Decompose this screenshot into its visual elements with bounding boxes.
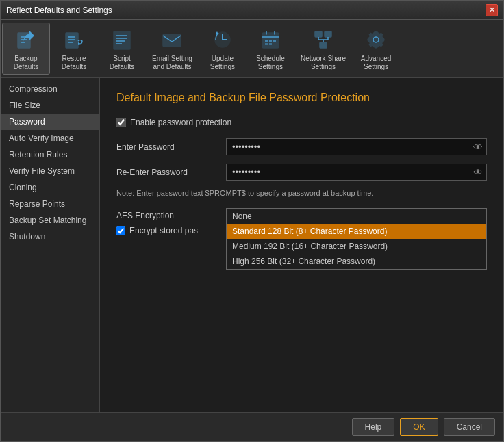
cancel-button[interactable]: Cancel [444, 418, 495, 436]
reenter-password-input[interactable] [226, 164, 487, 181]
svg-rect-9 [265, 43, 268, 45]
sidebar-item-auto-verify[interactable]: Auto Verify Image [1, 130, 99, 146]
toolbar-email-settings[interactable]: Email Settingand Defaults [146, 23, 199, 75]
svg-rect-11 [315, 31, 322, 37]
aes-row: AES Encryption None Standard 128 Bit (8+… [116, 208, 487, 220]
enter-password-wrap: 👁 [226, 138, 487, 155]
svg-rect-10 [269, 43, 272, 45]
svg-rect-2 [114, 31, 130, 49]
enable-password-label[interactable]: Enable password protection [130, 118, 231, 127]
main-panel: Default Image and Backup File Password P… [100, 78, 503, 412]
enable-password-row: Enable password protection [116, 118, 487, 127]
enter-password-row: Enter Password 👁 [116, 138, 487, 155]
backup-icon [12, 26, 40, 53]
sidebar-item-password[interactable]: Password [1, 114, 99, 130]
sidebar-item-cloning[interactable]: Cloning [1, 179, 99, 196]
reenter-password-row: Re-Enter Password 👁 [116, 164, 487, 181]
svg-rect-8 [273, 40, 276, 42]
toolbar-network-share-settings[interactable]: Network ShareSettings [294, 23, 352, 75]
toolbar-restore-defaults-label: RestoreDefaults [62, 55, 87, 71]
ok-button[interactable]: OK [400, 418, 438, 436]
toolbar-email-settings-label: Email Settingand Defaults [152, 55, 192, 71]
toolbar-script-defaults-label: ScriptDefaults [110, 55, 135, 71]
encrypt-stored-label[interactable]: Encrypt stored pas [129, 226, 198, 235]
aes-option-medium[interactable]: Medium 192 Bit (16+ Character Password) [227, 239, 486, 254]
email-icon [158, 26, 186, 53]
sidebar-item-reparse-points[interactable]: Reparse Points [1, 196, 99, 212]
encrypt-stored-checkbox[interactable] [116, 226, 125, 235]
content-area: Compression File Size Password Auto Veri… [1, 78, 503, 412]
toolbar-schedule-settings-label: ScheduleSettings [256, 55, 285, 71]
enter-password-eye-icon[interactable]: 👁 [473, 142, 483, 153]
sidebar-item-retention-rules[interactable]: Retention Rules [1, 146, 99, 163]
aes-option-standard[interactable]: Standard 128 Bit (8+ Character Password) [227, 224, 486, 239]
toolbar-advanced-settings[interactable]: AdvancedSettings [352, 23, 400, 75]
sidebar-item-shutdown[interactable]: Shutdown [1, 229, 99, 245]
sidebar-item-file-size[interactable]: File Size [1, 97, 99, 114]
svg-rect-13 [320, 42, 327, 48]
window-title: Reflect Defaults and Settings [6, 5, 112, 15]
toolbar-schedule-settings[interactable]: ScheduleSettings [247, 23, 294, 75]
update-icon [209, 26, 236, 53]
sidebar-item-backup-set-matching[interactable]: Backup Set Matching [1, 212, 99, 229]
restore-icon [60, 26, 88, 53]
reenter-password-label: Re-Enter Password [116, 168, 226, 177]
sidebar-item-verify-file-system[interactable]: Verify File System [1, 163, 99, 179]
toolbar-advanced-settings-label: AdvancedSettings [361, 55, 391, 71]
title-bar: Reflect Defaults and Settings ✕ [1, 1, 503, 20]
toolbar-update-settings[interactable]: UpdateSettings [199, 23, 247, 75]
toolbar-backup-defaults-label: BackupDefaults [14, 55, 39, 71]
toolbar: BackupDefaults RestoreDefaults [1, 20, 503, 78]
advanced-icon [362, 26, 390, 53]
schedule-icon [257, 26, 284, 53]
svg-rect-1 [66, 33, 78, 48]
toolbar-script-defaults[interactable]: ScriptDefaults [98, 23, 146, 75]
section-title: Default Image and Backup File Password P… [116, 92, 487, 104]
aes-option-none[interactable]: None [227, 209, 486, 224]
svg-rect-7 [269, 40, 272, 42]
enter-password-label: Enter Password [116, 142, 226, 152]
close-button[interactable]: ✕ [486, 4, 498, 16]
toolbar-backup-defaults[interactable]: BackupDefaults [2, 23, 50, 75]
enable-password-checkbox[interactable] [116, 118, 126, 127]
script-icon [108, 26, 136, 53]
aes-dropdown-open: None Standard 128 Bit (8+ Character Pass… [226, 208, 487, 270]
enter-password-input[interactable] [226, 138, 487, 155]
svg-rect-6 [265, 40, 268, 42]
footer-bar: Help OK Cancel [1, 412, 503, 441]
toolbar-network-share-settings-label: Network ShareSettings [301, 55, 346, 71]
toolbar-restore-defaults[interactable]: RestoreDefaults [50, 23, 98, 75]
svg-rect-3 [163, 34, 181, 47]
aes-option-high[interactable]: High 256 Bit (32+ Character Password) [227, 254, 486, 269]
sidebar: Compression File Size Password Auto Veri… [1, 78, 100, 412]
help-button[interactable]: Help [352, 418, 395, 436]
reenter-password-wrap: 👁 [226, 164, 487, 181]
note-text: Note: Enter password text $PROMPT$ to sp… [116, 189, 487, 197]
main-window: Reflect Defaults and Settings ✕ BackupDe… [0, 0, 504, 442]
toolbar-update-settings-label: UpdateSettings [210, 55, 235, 71]
reenter-password-eye-icon[interactable]: 👁 [473, 167, 483, 178]
sidebar-item-compression[interactable]: Compression [1, 81, 99, 97]
svg-rect-12 [325, 31, 331, 37]
network-icon [310, 26, 337, 53]
aes-label: AES Encryption [116, 208, 226, 220]
